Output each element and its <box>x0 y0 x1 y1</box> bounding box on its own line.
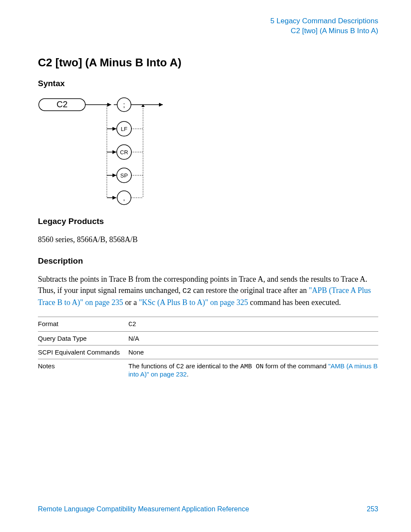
footer-page-number: 253 <box>367 505 378 513</box>
desc-text: or a <box>123 298 139 307</box>
table-row: SCPI Equivalent Commands None <box>38 345 378 359</box>
legacy-products-text: 8560 series, 8566A/B, 8568A/B <box>38 234 378 245</box>
row-value-format: C2 <box>128 320 378 328</box>
header-topic: C2 [two] (A Minus B Into A) <box>271 26 378 36</box>
link-ksc[interactable]: "KSc (A Plus B to A)" on page 325 <box>139 298 248 307</box>
row-value-notes: The functions of C2 are identical to the… <box>128 362 378 378</box>
row-label-format: Format <box>38 320 128 327</box>
row-value-query: N/A <box>128 335 378 342</box>
syntax-option-cr: CR <box>120 149 128 156</box>
page-content: C2 [two] (A Minus B Into A) Syntax C2 ; <box>38 56 378 381</box>
table-row: Notes The functions of C2 are identical … <box>38 359 378 381</box>
page-header: 5 Legacy Command Descriptions C2 [two] (… <box>271 16 378 36</box>
syntax-option-semicolon: ; <box>123 101 125 109</box>
attribute-table: Format C2 Query Data Type N/A SCPI Equiv… <box>38 317 378 381</box>
footer-doc-title: Remote Language Compatibility Measuremen… <box>38 505 249 513</box>
description-paragraph: Subtracts the points in Trace B from the… <box>38 274 378 308</box>
syntax-option-sp: SP <box>120 172 128 179</box>
syntax-option-comma: , <box>123 194 125 202</box>
legacy-products-heading: Legacy Products <box>38 217 378 226</box>
table-row: Query Data Type N/A <box>38 331 378 345</box>
page-title: C2 [two] (A Minus B Into A) <box>38 56 378 69</box>
syntax-option-lf: LF <box>121 126 127 132</box>
row-label-notes: Notes <box>38 362 128 370</box>
desc-code-c2: C2 <box>182 287 191 295</box>
header-chapter: 5 Legacy Command Descriptions <box>271 16 378 26</box>
syntax-start: C2 <box>56 100 68 109</box>
description-heading: Description <box>38 256 378 266</box>
syntax-diagram: C2 ; LF CR <box>38 94 167 206</box>
table-row: Format C2 <box>38 317 378 331</box>
row-value-scpi: None <box>128 348 378 356</box>
desc-text: can restore the original trace after an <box>191 286 309 295</box>
desc-text: command has been executed. <box>248 298 341 307</box>
row-label-scpi: SCPI Equivalent Commands <box>38 348 128 356</box>
row-label-query: Query Data Type <box>38 335 128 342</box>
syntax-heading: Syntax <box>38 79 378 88</box>
